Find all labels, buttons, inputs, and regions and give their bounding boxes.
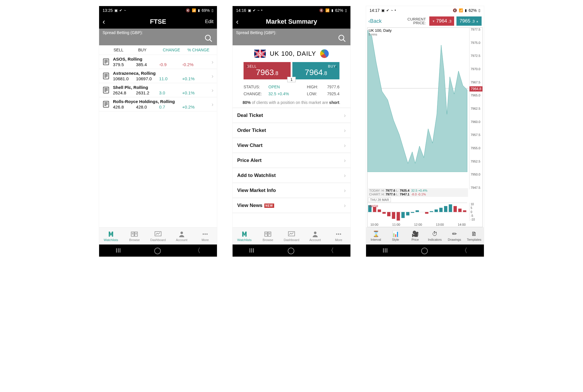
mute-icon: 🔇 — [186, 8, 190, 12]
status-value: OPEN — [268, 85, 307, 89]
tool-indicators[interactable]: ⏱Indicators — [425, 227, 445, 244]
action-order-ticket[interactable]: Order Ticket› — [233, 123, 350, 138]
page-title: FTSE — [99, 18, 217, 25]
uk-flag-icon — [254, 50, 266, 58]
tool-style[interactable]: 📊Style — [386, 227, 405, 244]
action-view-news[interactable]: View NewsNEW› — [233, 198, 350, 213]
search-icon[interactable] — [204, 34, 213, 44]
chevron-right-icon: › — [210, 101, 215, 108]
buy-price: 10697.0 — [136, 76, 159, 81]
tab-watchlists[interactable]: Watchlists — [233, 227, 256, 244]
back-nav-icon[interactable]: 〈 — [194, 246, 200, 255]
tab-watchlists[interactable]: Watchlists — [99, 227, 123, 244]
low-value: 7925.4 — [327, 92, 339, 96]
change-value: 0.7 — [159, 104, 182, 109]
down-arrow-icon: ▼ — [432, 20, 435, 23]
y-tick: 7962.5 — [471, 107, 482, 110]
action-view-market-info[interactable]: View Market Info› — [233, 183, 350, 198]
market-title: UK 100, DAILY — [270, 50, 316, 57]
clock: 13:25 — [103, 8, 113, 13]
market-row[interactable]: Rolls-Royce Holdings, Rolling 426.8 428.… — [99, 97, 217, 111]
tab-account[interactable]: Account — [170, 227, 194, 244]
tool-price[interactable]: 🎥Price — [405, 227, 425, 244]
change-value: 11.0 — [159, 76, 182, 81]
svg-point-43 — [336, 233, 337, 234]
market-row[interactable]: ASOS, Rolling 379.5 385.4 -0.9 -0.2% › — [99, 55, 217, 69]
tab-more[interactable]: More — [193, 227, 217, 244]
tab-more[interactable]: More — [327, 227, 350, 244]
sell-price: 379.5 — [113, 62, 136, 67]
svg-rect-52 — [387, 212, 390, 216]
svg-rect-67 — [458, 209, 461, 212]
date-label: THU 28 MAR — [368, 197, 391, 202]
svg-rect-50 — [378, 210, 381, 212]
action-price-alert[interactable]: Price Alert› — [233, 153, 350, 168]
spread-value: 1 — [287, 77, 296, 82]
back-icon[interactable]: ‹ — [236, 17, 239, 26]
tool-templates[interactable]: 🗎Templates — [464, 227, 484, 244]
battery-text: 69% — [202, 8, 210, 13]
market-row[interactable]: Astrazeneca, Rolling 10681.0 10697.0 11.… — [99, 69, 217, 83]
check-icon: ✔ — [386, 8, 389, 12]
action-add-to-watchlist[interactable]: Add to Watchlist› — [233, 168, 350, 183]
tab-browse[interactable]: Browse — [256, 227, 280, 244]
indicator-y-tick: 0 — [471, 210, 482, 214]
chart-area[interactable]: UK 100, Daily 5 mins 7977.57975.07972.57… — [367, 27, 483, 227]
chevron-right-icon: › — [344, 142, 346, 149]
indicator-y-tick: -5 — [471, 214, 482, 217]
recents-icon[interactable]: III — [249, 247, 254, 254]
tab-dashboard[interactable]: Dashboard — [280, 227, 303, 244]
edit-button[interactable]: Edit — [205, 19, 213, 25]
indicator-y-tick: 5 — [471, 206, 482, 210]
mute-icon: 🔇 — [453, 8, 457, 12]
market-row[interactable]: Shell Plc, Rolling 2624.8 2631.2 3.0 +0.… — [99, 83, 217, 97]
search-icon[interactable] — [338, 34, 346, 44]
buy-price-box[interactable]: ▲ BUY 7964.8 — [292, 62, 339, 79]
svg-point-0 — [205, 35, 211, 40]
dashboard-icon — [154, 231, 162, 238]
sell-price-pill[interactable]: ▼7964.3 — [429, 16, 454, 26]
up-arrow-icon: ▲ — [334, 64, 338, 68]
x-tick: 14:00 — [458, 223, 466, 226]
recents-icon[interactable]: III — [383, 247, 388, 254]
pie-chart-icon[interactable] — [320, 49, 329, 58]
buy-price-pill[interactable]: 7965.3▲ — [456, 16, 482, 26]
tab-browse[interactable]: Browse — [123, 227, 146, 244]
high-label: HIGH: — [307, 85, 327, 89]
recents-icon[interactable]: III — [116, 247, 121, 254]
home-icon[interactable]: ◯ — [154, 247, 161, 254]
tab-account[interactable]: Account — [303, 227, 327, 244]
action-view-chart[interactable]: View Chart› — [233, 138, 350, 153]
home-icon[interactable]: ◯ — [421, 247, 428, 254]
tab-dashboard[interactable]: Dashboard — [146, 227, 170, 244]
action-deal-ticket[interactable]: Deal Ticket› — [233, 108, 350, 123]
svg-rect-65 — [449, 204, 452, 212]
sell-price-box[interactable]: ▼ SELL 7963.8 — [244, 62, 291, 79]
chevron-right-icon: › — [210, 59, 215, 65]
x-tick: 13:00 — [436, 223, 444, 226]
y-tick: 7950.0 — [471, 173, 482, 176]
back-nav-icon[interactable]: 〈 — [328, 246, 334, 255]
svg-rect-58 — [416, 210, 419, 212]
back-icon[interactable]: ‹ — [103, 17, 105, 26]
change-value: 3.0 — [159, 90, 182, 95]
col-pct-change: % CHANGE — [187, 48, 217, 52]
y-tick: 7967.5 — [471, 81, 482, 84]
back-nav-icon[interactable]: 〈 — [461, 246, 467, 255]
calm-icon: ~ — [124, 8, 126, 12]
svg-rect-51 — [383, 212, 386, 214]
battery-icon: ▯ — [211, 8, 213, 12]
sell-dec: .3 — [448, 19, 452, 23]
pct-change-value: +0.1% — [182, 76, 210, 81]
document-icon — [102, 86, 110, 94]
sell-price: 2624.8 — [113, 90, 136, 95]
y-tick: 7947.5 — [471, 186, 482, 189]
sentiment-pct: 80% — [243, 100, 251, 105]
back-button[interactable]: ‹ Back — [368, 18, 382, 24]
tool-drawings[interactable]: ✏Drawings — [445, 227, 464, 244]
home-icon[interactable]: ◯ — [287, 247, 295, 254]
tool-interval[interactable]: ⌛Interval — [366, 227, 386, 244]
sentiment-mid: of clients with a position on this marke… — [251, 100, 329, 105]
new-badge: NEW — [264, 204, 274, 208]
market-name: Rolls-Royce Holdings, Rolling — [113, 99, 210, 104]
